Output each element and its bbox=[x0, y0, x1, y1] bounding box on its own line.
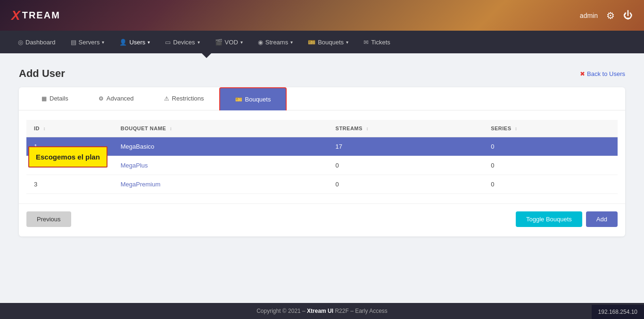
tab-restrictions-label: Restrictions bbox=[172, 95, 204, 102]
back-to-users-link[interactable]: ✖ Back to Users bbox=[580, 70, 625, 77]
settings-icon[interactable]: ⚙ bbox=[606, 10, 615, 21]
cell-bouquet-name: MegaPlus bbox=[113, 156, 328, 175]
tab-details[interactable]: ▦ Details bbox=[26, 87, 83, 110]
nav-label-dashboard: Dashboard bbox=[25, 39, 56, 46]
bouquets-tab-icon: 🎫 bbox=[235, 96, 242, 103]
nav-label-devices: Devices bbox=[173, 39, 195, 46]
streams-dropdown-icon: ▾ bbox=[290, 40, 293, 45]
sort-id-icon: ↕ bbox=[43, 126, 46, 131]
footer-version: R22F – Early Access bbox=[335, 308, 387, 314]
table-header-row: ID ↕ BOUQUET NAME ↕ STREAMS ↕ SERIES bbox=[26, 120, 618, 137]
devices-dropdown-icon: ▾ bbox=[198, 40, 200, 45]
page-title: Add User bbox=[19, 67, 65, 80]
annotation-escogemos: Escogemos el plan bbox=[28, 146, 107, 168]
advanced-tab-icon: ⚙ bbox=[99, 95, 104, 102]
bouquets-icon: 🎫 bbox=[308, 39, 315, 46]
tab-advanced-label: Advanced bbox=[107, 95, 134, 102]
cell-streams: 17 bbox=[328, 137, 484, 156]
cell-series: 0 bbox=[483, 137, 618, 156]
nav-item-servers[interactable]: ▤ Servers ▾ bbox=[64, 36, 111, 49]
nav-label-vod: VOD bbox=[225, 39, 238, 46]
cell-bouquet-name: MegaBasico bbox=[113, 137, 328, 156]
cell-bouquet-name: MegaPremium bbox=[113, 175, 328, 194]
vod-dropdown-icon: ▾ bbox=[240, 40, 243, 45]
nav-item-users[interactable]: 👤 Users ▾ bbox=[113, 36, 157, 49]
cell-series: 0 bbox=[483, 175, 618, 194]
cell-id: 3 bbox=[26, 175, 113, 194]
add-button[interactable]: Add bbox=[586, 211, 618, 227]
restrictions-tab-icon: ⚠ bbox=[164, 95, 169, 102]
col-bouquet-name[interactable]: BOUQUET NAME ↕ bbox=[113, 120, 328, 137]
col-series[interactable]: SERIES ↕ bbox=[483, 120, 618, 137]
tab-advanced[interactable]: ⚙ Advanced bbox=[83, 87, 149, 110]
users-dropdown-icon: ▾ bbox=[148, 40, 150, 45]
card-footer: Previous Toggle Bouquets Add bbox=[19, 203, 625, 236]
logo-x: X bbox=[11, 8, 20, 23]
nav-item-bouquets[interactable]: 🎫 Bouquets ▾ bbox=[301, 36, 355, 49]
cell-streams: 0 bbox=[328, 175, 484, 194]
tab-bouquets-label: Bouquets bbox=[245, 96, 271, 103]
nav-label-streams: Streams bbox=[265, 39, 288, 46]
users-dropdown-arrow bbox=[0, 53, 644, 58]
table-area: ID ↕ BOUQUET NAME ↕ STREAMS ↕ SERIES bbox=[19, 110, 625, 203]
dashboard-icon: ◎ bbox=[18, 39, 23, 46]
devices-icon: ▭ bbox=[165, 39, 171, 46]
admin-label: admin bbox=[580, 12, 598, 19]
nav-item-vod[interactable]: 🎬 VOD ▾ bbox=[208, 36, 249, 49]
servers-dropdown-icon: ▾ bbox=[102, 40, 104, 45]
cell-streams: 0 bbox=[328, 156, 484, 175]
tickets-icon: ✉ bbox=[363, 39, 369, 46]
main-card: ▦ Details ⚙ Advanced ⚠ Restrictions 🎫 Bo… bbox=[19, 87, 625, 236]
nav-item-tickets[interactable]: ✉ Tickets bbox=[357, 36, 397, 49]
ip-badge: 192.168.254.10 bbox=[592, 305, 644, 319]
tabs: ▦ Details ⚙ Advanced ⚠ Restrictions 🎫 Bo… bbox=[19, 87, 625, 110]
servers-icon: ▤ bbox=[71, 39, 76, 46]
sort-series-icon: ↕ bbox=[515, 126, 518, 131]
table-row[interactable]: 2 MegaPlus 0 0 bbox=[26, 156, 618, 175]
topbar-right: admin ⚙ ⏻ bbox=[580, 10, 633, 21]
bouquets-table: ID ↕ BOUQUET NAME ↕ STREAMS ↕ SERIES bbox=[26, 120, 618, 194]
toggle-bouquets-button[interactable]: Toggle Bouquets bbox=[516, 211, 582, 227]
back-label: Back to Users bbox=[587, 70, 625, 77]
bouquets-dropdown-icon: ▾ bbox=[346, 40, 348, 45]
power-icon[interactable]: ⏻ bbox=[623, 10, 633, 21]
logo-tream: TREAM bbox=[22, 10, 60, 21]
page-wrapper: Add User ✖ Back to Users ▦ Details ⚙ Adv… bbox=[0, 58, 644, 313]
col-id[interactable]: ID ↕ bbox=[26, 120, 113, 137]
navbar: ◎ Dashboard ▤ Servers ▾ 👤 Users ▾ ▭ Devi… bbox=[0, 31, 644, 53]
page-header: Add User ✖ Back to Users bbox=[19, 67, 625, 80]
btn-group-right: Toggle Bouquets Add bbox=[516, 211, 618, 227]
col-streams[interactable]: STREAMS ↕ bbox=[328, 120, 484, 137]
table-row[interactable]: 1 MegaBasico 17 0 bbox=[26, 137, 618, 156]
cell-series: 0 bbox=[483, 156, 618, 175]
streams-icon: ◉ bbox=[258, 39, 263, 46]
footer: Copyright © 2021 – Xtream UI R22F – Earl… bbox=[0, 303, 644, 319]
vod-icon: 🎬 bbox=[215, 39, 223, 46]
details-tab-icon: ▦ bbox=[41, 95, 47, 102]
table-row[interactable]: 3 MegaPremium 0 0 bbox=[26, 175, 618, 194]
nav-item-devices[interactable]: ▭ Devices ▾ bbox=[158, 36, 206, 49]
logo: X TREAM bbox=[11, 8, 60, 23]
footer-appname: Xtream UI bbox=[307, 308, 333, 314]
nav-label-tickets: Tickets bbox=[371, 39, 390, 46]
previous-button[interactable]: Previous bbox=[26, 211, 71, 227]
nav-label-users: Users bbox=[129, 39, 145, 46]
sort-name-icon: ↕ bbox=[170, 126, 173, 131]
users-icon: 👤 bbox=[119, 39, 127, 46]
nav-label-servers: Servers bbox=[79, 39, 100, 46]
tab-bouquets[interactable]: 🎫 Bouquets bbox=[219, 87, 287, 110]
nav-label-bouquets: Bouquets bbox=[318, 39, 344, 46]
nav-item-dashboard[interactable]: ◎ Dashboard bbox=[11, 36, 62, 49]
footer-copyright: Copyright © 2021 – bbox=[256, 308, 307, 314]
tab-restrictions[interactable]: ⚠ Restrictions bbox=[149, 87, 219, 110]
tab-details-label: Details bbox=[50, 95, 68, 102]
topbar: X TREAM admin ⚙ ⏻ bbox=[0, 0, 644, 31]
sort-streams-icon: ↕ bbox=[366, 126, 369, 131]
nav-item-streams[interactable]: ◉ Streams ▾ bbox=[251, 36, 299, 49]
back-icon: ✖ bbox=[580, 70, 585, 77]
